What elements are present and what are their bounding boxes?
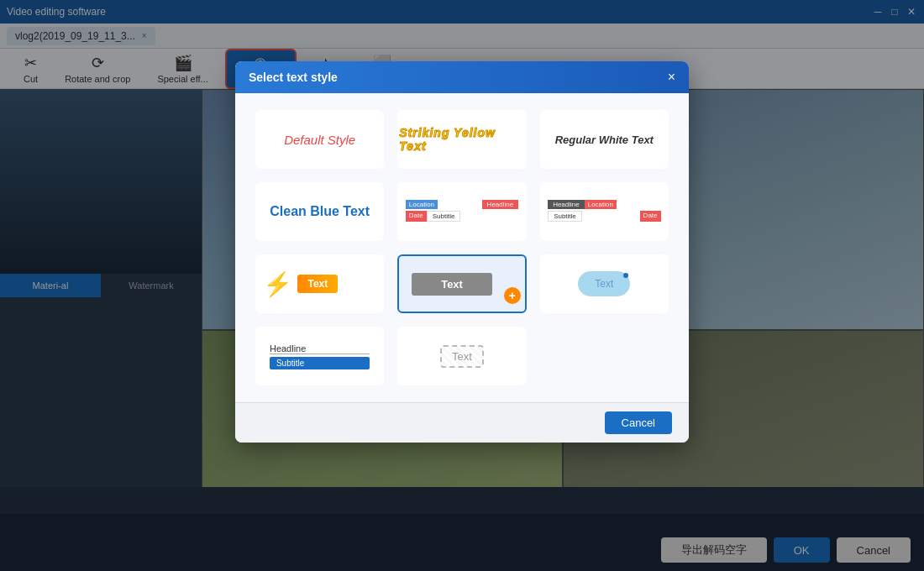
white-style-label: Regular White Text [555,134,654,146]
tbl2-subtitle: Subtitle [548,211,582,222]
add-badge-icon: + [504,287,521,304]
sketch-preview: Text [406,348,518,364]
table2-preview: Headline Location Subtitle Date [548,200,660,223]
tbl2-headline: Headline [548,200,585,209]
dialog-header: Select text style × [235,61,689,93]
style-item-grunge[interactable]: ⚡ Text [255,254,384,313]
style-item-default[interactable]: Default Style [255,110,384,169]
headline-preview: Headline Subtitle [270,343,370,369]
style-item-yellow[interactable]: Striking Yellow Text [397,110,526,169]
tbl1-subtitle: Subtitle [427,211,461,222]
tbl2-date: Date [640,211,661,222]
style-item-table1[interactable]: Location Headline Date Subtitle [397,182,526,241]
style-item-sketch[interactable]: Text [397,327,526,385]
dialog-overlay: Select text style × Default Style Striki… [0,0,924,571]
dialog-cancel-button[interactable]: Cancel [605,411,672,434]
tbl1-location: Location [406,200,438,209]
default-style-label: Default Style [284,133,355,147]
blue-style-label: Clean Blue Text [270,204,370,219]
dialog-footer: Cancel [235,402,689,443]
tbl1-headline: Headline [482,200,519,209]
style-item-white[interactable]: Regular White Text [540,110,669,169]
subtitle-text: Subtitle [270,357,370,369]
headline-text: Headline [270,343,370,354]
bubble-preview: Text [548,261,660,307]
grunge-text: Text [297,275,338,293]
bubble-dot [623,273,628,278]
yellow-style-label: Striking Yellow Text [399,126,524,153]
grunge-preview: ⚡ Text [263,270,375,298]
dialog-body: Default Style Striking Yellow Text Regul… [235,93,689,402]
dialog-close-button[interactable]: × [668,70,675,85]
bubble-text: Text [578,271,630,296]
style-dialog: Select text style × Default Style Striki… [235,61,689,443]
tbl2-location: Location [585,200,617,209]
sketch-text: Text [440,345,484,368]
style-grid: Default Style Striking Yellow Text Regul… [255,110,669,385]
style-item-gray[interactable]: Text + [397,254,526,313]
table1-preview: Location Headline Date Subtitle [406,200,518,223]
style-item-blue[interactable]: Clean Blue Text [255,182,384,241]
dialog-title: Select text style [249,71,338,84]
grunge-icon: ⚡ [263,270,292,298]
gray-text: Text [412,273,492,296]
style-item-bubble[interactable]: Text [540,254,669,313]
tbl1-date: Date [406,211,427,222]
style-item-table2[interactable]: Headline Location Subtitle Date [540,182,669,241]
style-item-headline[interactable]: Headline Subtitle [255,327,384,385]
